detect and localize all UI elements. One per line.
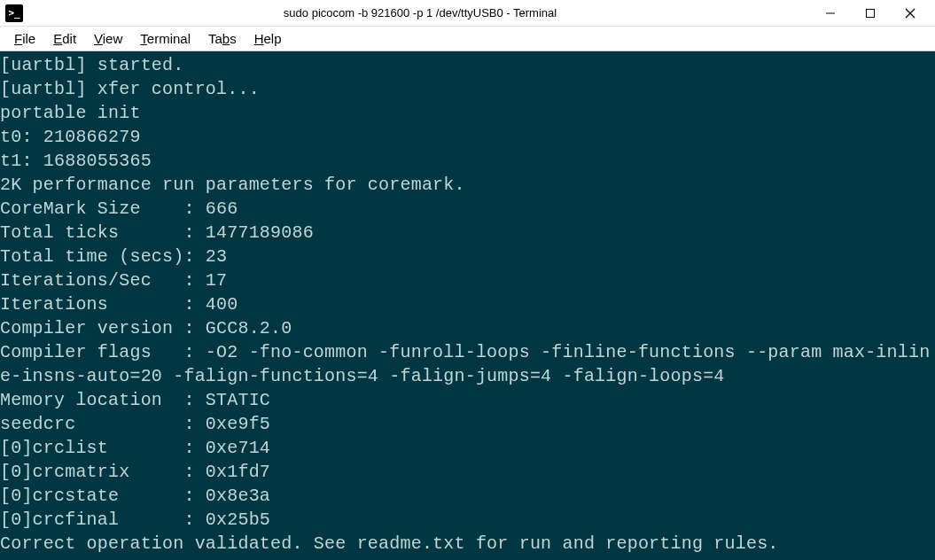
terminal-line: [uartbl] started. [0, 53, 935, 77]
terminal-line: Compiler version : GCC8.2.0 [0, 316, 935, 340]
terminal-app-icon: >_ [5, 4, 23, 22]
maximize-button[interactable] [850, 1, 890, 26]
terminal-line: seedcrc : 0xe9f5 [0, 412, 935, 436]
terminal-line: [0]crcstate : 0x8e3a [0, 484, 935, 508]
minimize-button[interactable] [810, 1, 850, 26]
menu-edit[interactable]: Edit [44, 27, 85, 50]
terminal-line: [0]crclist : 0xe714 [0, 436, 935, 460]
terminal-line: Iterations : 400 [0, 292, 935, 316]
terminal-line: Iterations/Sec : 17 [0, 268, 935, 292]
close-icon [905, 8, 916, 19]
maximize-icon [865, 8, 876, 19]
menu-view[interactable]: View [85, 27, 131, 50]
titlebar: >_ sudo picocom -b 921600 -p 1 /dev/ttyU… [0, 0, 935, 27]
terminal-line: portable init [0, 101, 935, 125]
terminal-line: 2K performance run parameters for corema… [0, 173, 935, 197]
terminal-line: t0: 210866279 [0, 125, 935, 149]
menu-tabs[interactable]: Tabs [199, 27, 245, 50]
terminal-line: Total ticks : 1477189086 [0, 221, 935, 245]
terminal-line: [0]crcmatrix : 0x1fd7 [0, 460, 935, 484]
menu-help[interactable]: Help [245, 27, 291, 50]
terminal-line: [uartbl] xfer control... [0, 77, 935, 101]
terminal-line: Total time (secs): 23 [0, 245, 935, 268]
window-title: sudo picocom -b 921600 -p 1 /dev/ttyUSB0… [30, 6, 810, 19]
window-controls [810, 1, 930, 26]
terminal-line: [0]crcfinal : 0x25b5 [0, 508, 935, 532]
close-button[interactable] [890, 1, 930, 26]
terminal-line: Compiler flags : -O2 -fno-common -funrol… [0, 340, 935, 388]
menu-file[interactable]: File [5, 27, 44, 50]
terminal-line: CoreMark Size : 666 [0, 197, 935, 221]
menubar: File Edit View Terminal Tabs Help [0, 27, 935, 51]
menu-terminal[interactable]: Terminal [131, 27, 199, 50]
terminal-line: Memory location : STATIC [0, 388, 935, 412]
minimize-icon [825, 8, 836, 19]
terminal-line: t1: 1688055365 [0, 149, 935, 173]
terminal-line: Correct operation validated. See readme.… [0, 532, 935, 556]
terminal-output[interactable]: [uartbl] started.[uartbl] xfer control..… [0, 51, 935, 560]
svg-rect-1 [866, 9, 874, 17]
